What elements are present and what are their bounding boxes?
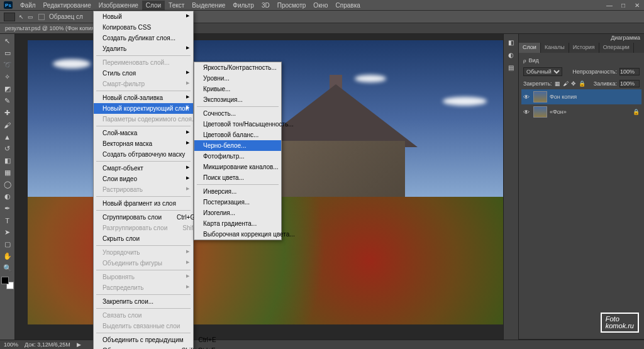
menu-item[interactable]: Поиск цвета...: [194, 172, 281, 183]
menu-item[interactable]: Инверсия...: [194, 186, 281, 197]
move-tool[interactable]: ↖: [1, 35, 14, 47]
select-mode-point[interactable]: ↖: [18, 13, 25, 21]
layer-thumbnail[interactable]: [533, 106, 547, 118]
color-swatches[interactable]: [1, 277, 14, 289]
close-button[interactable]: ✕: [633, 1, 641, 9]
panel-tab-операции[interactable]: Операции: [599, 43, 634, 53]
menu-item[interactable]: Удалить: [94, 43, 193, 54]
lock-pixels-icon[interactable]: 🖌: [563, 80, 569, 87]
menu-item[interactable]: Сгруппировать слоиCtrl+G: [94, 212, 193, 223]
panel-tab-small[interactable]: Диаграмма: [519, 34, 644, 43]
lock-position-icon[interactable]: ✥: [571, 80, 576, 87]
menu-item[interactable]: Яркость/Контрастность...: [194, 62, 281, 73]
menu-item[interactable]: Микширование каналов...: [194, 162, 281, 172]
opacity-input[interactable]: [619, 68, 640, 75]
menu-справка[interactable]: Справка: [332, 1, 364, 10]
menu-файл[interactable]: Файл: [16, 1, 40, 10]
type-tool[interactable]: T: [1, 214, 14, 226]
menu-item[interactable]: Копировать CSS: [94, 22, 193, 33]
menu-item[interactable]: Новый слой-заливка: [94, 92, 193, 103]
menu-item[interactable]: Изогелия...: [194, 208, 281, 218]
history-brush-tool[interactable]: ↺: [1, 143, 14, 155]
maximize-button[interactable]: □: [619, 1, 628, 9]
menu-item[interactable]: Цветовой баланс...: [194, 130, 281, 140]
lock-transparency-icon[interactable]: ▦: [555, 80, 560, 87]
menu-item[interactable]: Сочность...: [194, 108, 281, 119]
minimize-button[interactable]: —: [605, 1, 614, 9]
marquee-tool[interactable]: ▭: [1, 47, 14, 59]
menu-item[interactable]: Смарт-объект: [94, 163, 193, 174]
lasso-tool[interactable]: ➰: [1, 59, 14, 71]
visibility-icon[interactable]: 👁: [523, 94, 531, 101]
fill-input[interactable]: [619, 80, 640, 87]
brush-tool[interactable]: 🖌: [1, 119, 14, 131]
layer-thumbnail[interactable]: [533, 91, 547, 102]
hand-tool[interactable]: ✋: [1, 250, 14, 262]
panel-tab-каналы[interactable]: Каналы: [541, 43, 569, 53]
crop-tool[interactable]: ◩: [1, 83, 14, 95]
menu-редактирование[interactable]: Редактирование: [40, 1, 95, 10]
blur-tool[interactable]: ◯: [1, 179, 14, 191]
menu-item[interactable]: Фотофильтр...: [194, 151, 281, 162]
path-select-tool[interactable]: ➤: [1, 226, 14, 238]
sample-checkbox[interactable]: [38, 14, 45, 20]
shape-tool[interactable]: ▢: [1, 238, 14, 250]
menu-item[interactable]: Создать обтравочную маскуAlt+Ctrl+G: [94, 149, 193, 160]
tool-preset-picker[interactable]: [4, 13, 15, 21]
menu-item[interactable]: Скрыть слои: [94, 233, 193, 244]
select-mode-layer[interactable]: ▭: [26, 13, 34, 21]
menu-item[interactable]: Выборочная коррекция цвета...: [194, 229, 281, 240]
dodge-tool[interactable]: ◐: [1, 191, 14, 202]
zoom-level[interactable]: 100%: [4, 341, 18, 348]
dock-button[interactable]: ▤: [506, 62, 517, 73]
healing-tool[interactable]: ✚: [1, 107, 14, 119]
menu-слои[interactable]: Слои: [142, 1, 165, 10]
menu-item: Выровнять: [94, 272, 193, 282]
menu-выделение[interactable]: Выделение: [188, 1, 229, 10]
stamp-tool[interactable]: ▲: [1, 131, 14, 143]
blend-mode-select[interactable]: Обычный: [523, 67, 562, 76]
layer-row[interactable]: 👁 «Фон» 🔒: [521, 104, 641, 119]
layers-panel-tabs: СлоиКаналыИсторияОперации: [519, 43, 644, 53]
gradient-tool[interactable]: ▦: [1, 167, 14, 179]
menu-item[interactable]: Постеризация...: [194, 197, 281, 208]
panel-tab-слои[interactable]: Слои: [519, 43, 541, 53]
menu-просмотр[interactable]: Просмотр: [274, 1, 310, 10]
dock-button[interactable]: ◧: [506, 36, 517, 48]
menu-item[interactable]: Черно-белое...: [194, 140, 281, 151]
menu-item[interactable]: Новый фрагмент из слоя: [94, 198, 193, 209]
eraser-tool[interactable]: ◧: [1, 155, 14, 167]
menu-3d[interactable]: 3D: [258, 1, 274, 10]
visibility-icon[interactable]: 👁: [523, 109, 531, 116]
doc-info-arrow-icon[interactable]: ▶: [77, 341, 81, 348]
menu-item[interactable]: Новый: [94, 11, 193, 22]
dock-button[interactable]: ◐: [506, 49, 517, 60]
menu-item[interactable]: Объединить с предыдущимCtrl+E: [94, 335, 193, 345]
layer-row[interactable]: 👁 Фон копия: [521, 89, 641, 104]
menu-item[interactable]: Кривые...: [194, 84, 281, 94]
menu-item[interactable]: Цветовой тон/Насыщенность...: [194, 119, 281, 130]
menu-item[interactable]: Векторная маска: [94, 138, 193, 149]
menu-изображение[interactable]: Изображение: [95, 1, 142, 10]
collapsed-panel-dock: ◧ ◐ ▤: [503, 34, 518, 340]
zoom-tool[interactable]: 🔍: [1, 262, 14, 274]
menu-item[interactable]: Закрепить слои...: [94, 296, 193, 307]
panel-tab-история[interactable]: История: [569, 43, 599, 53]
menu-item[interactable]: Слои видео: [94, 174, 193, 184]
menu-item[interactable]: Стиль слоя: [94, 68, 193, 79]
menu-фильтр[interactable]: Фильтр: [229, 1, 258, 10]
menu-item[interactable]: Объединить видимыеShift+Ctrl+E: [94, 345, 193, 349]
eyedropper-tool[interactable]: ✎: [1, 95, 14, 107]
foreground-color-swatch[interactable]: [1, 277, 9, 284]
menu-item[interactable]: Уровни...: [194, 73, 281, 84]
menu-item[interactable]: Создать дубликат слоя...: [94, 33, 193, 43]
menu-item[interactable]: Новый корректирующий слой: [94, 103, 193, 114]
menu-текст[interactable]: Текст: [165, 1, 188, 10]
menu-окно[interactable]: Окно: [309, 1, 331, 10]
menu-item[interactable]: Карта градиента...: [194, 218, 281, 229]
magic-wand-tool[interactable]: ✧: [1, 71, 14, 83]
menu-item[interactable]: Экспозиция...: [194, 94, 281, 105]
pen-tool[interactable]: ✒: [1, 202, 14, 214]
lock-all-icon[interactable]: 🔒: [579, 80, 586, 87]
menu-item[interactable]: Слой-маска: [94, 128, 193, 138]
